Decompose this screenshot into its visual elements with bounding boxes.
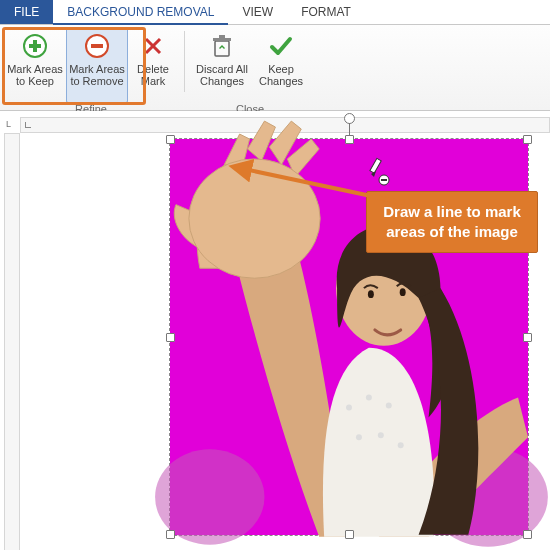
minus-circle-icon [83, 32, 111, 60]
svg-rect-4 [91, 44, 103, 48]
mark-areas-to-keep-button[interactable]: Mark Areas to Keep [4, 27, 66, 103]
svg-point-15 [356, 434, 362, 440]
btn-label-2: to Remove [70, 75, 123, 87]
svg-point-19 [368, 290, 374, 298]
resize-handle[interactable] [166, 135, 175, 144]
resize-handle[interactable] [523, 135, 532, 144]
delete-x-icon [139, 32, 167, 60]
tab-file[interactable]: FILE [0, 0, 53, 24]
btn-label-1: Mark Areas [7, 63, 63, 75]
btn-label-1: Keep [268, 63, 294, 75]
tab-format[interactable]: FORMAT [287, 0, 365, 24]
svg-point-21 [189, 159, 320, 278]
svg-rect-7 [215, 41, 229, 56]
tab-view[interactable]: VIEW [228, 0, 287, 24]
svg-point-14 [386, 403, 392, 409]
btn-label-1: Discard All [196, 63, 248, 75]
resize-handle[interactable] [166, 530, 175, 539]
rotate-handle[interactable] [344, 113, 355, 124]
btn-label-2: to Keep [16, 75, 54, 87]
trash-recycle-icon [208, 32, 236, 60]
mark-areas-to-remove-button[interactable]: Mark Areas to Remove [66, 27, 128, 103]
ribbon: Mark Areas to Keep Mark Areas to Remove … [0, 25, 550, 111]
svg-rect-2 [33, 40, 37, 52]
btn-label-2: Changes [259, 75, 303, 87]
resize-handle[interactable] [345, 530, 354, 539]
svg-rect-8 [213, 38, 231, 41]
resize-handle[interactable] [345, 135, 354, 144]
document-page[interactable]: Draw a line to mark areas of the image [24, 137, 550, 550]
svg-point-17 [398, 442, 404, 448]
document-workspace: L [0, 111, 550, 550]
group-close: Discard All Changes Keep Changes Close [187, 25, 313, 110]
delete-mark-button[interactable]: Delete Mark [128, 27, 178, 103]
resize-handle[interactable] [166, 333, 175, 342]
svg-point-16 [378, 432, 384, 438]
separator [184, 31, 185, 92]
ruler-tab-mark: L [6, 119, 11, 129]
btn-label-1: Delete [137, 63, 169, 75]
svg-rect-9 [219, 35, 225, 38]
btn-label-2: Changes [200, 75, 244, 87]
ruler-vertical[interactable] [4, 133, 20, 550]
resize-handle[interactable] [523, 333, 532, 342]
btn-label-1: Mark Areas [69, 63, 125, 75]
group-refine: Mark Areas to Keep Mark Areas to Remove … [0, 25, 182, 110]
tab-bar: FILE BACKGROUND REMOVAL VIEW FORMAT [0, 0, 550, 25]
svg-point-20 [400, 288, 406, 296]
svg-point-13 [366, 395, 372, 401]
discard-all-changes-button[interactable]: Discard All Changes [191, 27, 253, 103]
svg-point-12 [346, 405, 352, 411]
btn-label-2: Mark [141, 75, 165, 87]
plus-circle-icon [21, 32, 49, 60]
tutorial-callout: Draw a line to mark areas of the image [366, 191, 538, 253]
resize-handle[interactable] [523, 530, 532, 539]
checkmark-icon [267, 32, 295, 60]
tab-background-removal[interactable]: BACKGROUND REMOVAL [53, 0, 228, 25]
keep-changes-button[interactable]: Keep Changes [253, 27, 309, 103]
